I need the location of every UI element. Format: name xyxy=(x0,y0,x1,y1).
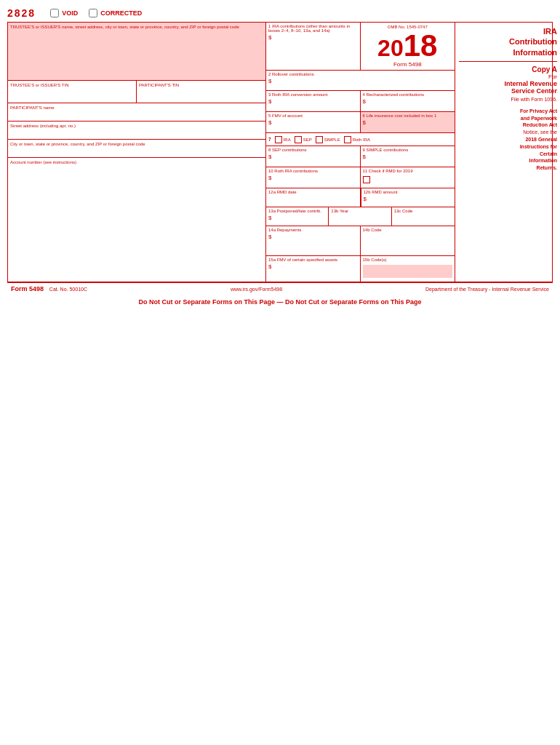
row-14: 14a Repayments $ 14b Code xyxy=(266,226,455,256)
field15b-label: 15b Code(s) xyxy=(363,258,453,262)
footer-website: www.irs.gov/Form5498 xyxy=(231,287,282,292)
trustee-section: TRUSTEE'S or ISSUER'S name, street addre… xyxy=(8,23,265,81)
field12b-dollar: $ xyxy=(364,196,453,202)
internal-revenue-label: Internal Revenue xyxy=(459,80,557,87)
field12b-label: 12b RMD amount xyxy=(364,190,453,194)
corrected-checkbox-item[interactable]: CORRECTED xyxy=(89,9,142,17)
field9-cell: 9 SIMPLE contributions $ xyxy=(361,146,455,167)
tin-row: TRUSTEE'S or ISSUER'S TIN PARTICIPANT'S … xyxy=(8,81,265,103)
city-label: City or town, state or province, country… xyxy=(10,142,263,146)
field2-dollar: $ xyxy=(268,78,452,84)
field10-label: 10 Roth IRA contributions xyxy=(268,169,358,173)
void-checkbox[interactable] xyxy=(50,9,59,17)
field9-dollar: $ xyxy=(363,154,453,160)
field9-label: 9 SIMPLE contributions xyxy=(363,148,453,152)
copy-a-label: Copy A xyxy=(459,65,557,73)
field13c-label: 13c Code xyxy=(394,209,452,213)
year-prefix: 20 xyxy=(377,35,404,61)
field3-label: 3 Roth IRA conversion amount xyxy=(268,92,358,97)
row-1-header: 1 IRA contributions (other than amounts … xyxy=(266,23,455,71)
row-10-11: 10 Roth IRA contributions $ 11 Check if … xyxy=(266,167,455,188)
field12a-cell: 12a RMD date xyxy=(266,188,361,207)
row-8-9: 8 SEP contributions $ 9 SIMPLE contribut… xyxy=(266,146,455,167)
main-form-grid: TRUSTEE'S or ISSUER'S name, street addre… xyxy=(7,22,553,282)
field14a-label: 14a Repayments xyxy=(268,228,358,232)
field15a-cell: 15a FMV of certain specified assets $ xyxy=(266,256,361,282)
footer-form-label: Form 5498 xyxy=(11,285,44,292)
participant-name-label: PARTICIPANT'S name xyxy=(10,105,263,110)
page: 2828 VOID CORRECTED TRUSTEE'S or ISSUER'… xyxy=(0,0,560,313)
participant-name-section: PARTICIPANT'S name xyxy=(8,103,265,121)
privacy-line3: Reduction Act xyxy=(523,122,557,127)
title-information: Information xyxy=(459,47,557,57)
field3-cell: 3 Roth IRA conversion amount $ xyxy=(266,91,361,111)
field7-roth-item[interactable]: Roth IRA xyxy=(344,136,370,143)
field14b-label: 14b Code xyxy=(363,228,453,232)
form-5498-label: Form 5498 xyxy=(363,61,453,68)
field7-roth-label: Roth IRA xyxy=(353,138,370,142)
row-12: 12a RMD date 12b RMD amount $ xyxy=(266,188,455,207)
field13a-cell: 13a Postponed/late contrib. $ xyxy=(266,207,329,226)
row-13: 13a Postponed/late contrib. $ 13b Year 1… xyxy=(266,207,455,226)
field8-label: 8 SEP contributions xyxy=(268,148,358,152)
year-suffix: 18 xyxy=(404,28,438,63)
field7-sep-checkbox[interactable] xyxy=(295,136,302,143)
row-5-6: 5 FMV of account $ 6 Life insurance cost… xyxy=(266,112,455,133)
field12b-cell: 12b RMD amount $ xyxy=(361,188,455,207)
field2-label: 2 Rollover contributions xyxy=(268,72,452,76)
privacy-line6: Instructions for xyxy=(520,144,557,149)
do-not-cut-notice: Do Not Cut or Separate Forms on This Pag… xyxy=(7,298,553,306)
field14a-dollar: $ xyxy=(268,234,358,240)
header-form-number: 2828 xyxy=(7,7,36,19)
footer-dept: Department of the Treasury - Internal Re… xyxy=(425,287,549,292)
field11-checkbox[interactable] xyxy=(363,176,370,183)
field8-cell: 8 SEP contributions $ xyxy=(266,146,361,167)
field13c-cell: 13c Code xyxy=(392,207,455,226)
field6-dollar: $ xyxy=(363,119,453,126)
corrected-checkbox[interactable] xyxy=(89,9,97,17)
title-ira: IRA xyxy=(459,26,557,36)
privacy-notice: For Privacy Act and Paperwork Reduction … xyxy=(459,108,557,172)
participant-tin-cell: PARTICIPANT'S TIN xyxy=(137,81,265,103)
omb-year-cell: OMB No. 1545-0747 2018 Form 5498 xyxy=(361,23,455,70)
service-center-label: Service Center xyxy=(459,87,557,95)
field14b-cell: 14b Code xyxy=(361,226,455,255)
privacy-line1: For Privacy Act xyxy=(520,108,557,113)
privacy-line4: Notice, see the xyxy=(523,130,557,135)
field13a-label: 13a Postponed/late contrib. xyxy=(268,209,326,213)
field7-simple-item[interactable]: SIMPLE xyxy=(316,136,340,143)
field5-cell: 5 FMV of account $ xyxy=(266,112,361,132)
right-column: IRA Contribution Information Copy A For … xyxy=(455,23,560,282)
field10-cell: 10 Roth IRA contributions $ xyxy=(266,167,361,188)
title-contribution: Contribution xyxy=(459,36,557,47)
privacy-line5: 2018 General xyxy=(525,137,557,142)
privacy-line9: Returns. xyxy=(537,165,557,170)
field7-ira-item[interactable]: IRA xyxy=(275,136,291,143)
file-with-label: File with Form 1096. xyxy=(459,97,557,102)
field7-sep-item[interactable]: SEP xyxy=(295,136,312,143)
street-address-section: Street address (including apt. no.) xyxy=(8,121,265,140)
footer-cat: Cat. No. 50010C xyxy=(49,287,87,292)
field7-simple-checkbox[interactable] xyxy=(316,136,323,143)
field10-dollar: $ xyxy=(268,175,358,181)
field7-sep-label: SEP xyxy=(303,138,312,142)
field13b-cell: 13b Year xyxy=(329,207,391,226)
checkbox-row: VOID CORRECTED xyxy=(50,9,142,17)
participant-tin-label: PARTICIPANT'S TIN xyxy=(139,83,263,87)
field7-roth-checkbox[interactable] xyxy=(344,136,351,143)
left-column: TRUSTEE'S or ISSUER'S name, street addre… xyxy=(8,23,266,282)
field7-row: 7 IRA SEP SIMPLE Roth IRA xyxy=(266,133,455,146)
field5-dollar: $ xyxy=(268,119,358,126)
field3-dollar: $ xyxy=(268,98,358,105)
field13b-label: 13b Year xyxy=(331,209,388,213)
account-label: Account number (see instructions) xyxy=(10,160,263,164)
middle-column: 1 IRA contributions (other than amounts … xyxy=(266,23,455,282)
void-checkbox-item[interactable]: VOID xyxy=(50,9,78,17)
privacy-line7: Certain xyxy=(540,151,557,156)
city-section: City or town, state or province, country… xyxy=(8,140,265,158)
for-label: For xyxy=(459,73,557,80)
field2-row: 2 Rollover contributions $ xyxy=(266,71,455,91)
row-3-4: 3 Roth IRA conversion amount $ 4 Rechara… xyxy=(266,91,455,112)
field7-ira-checkbox[interactable] xyxy=(275,136,282,143)
field4-label: 4 Recharacterized contributions xyxy=(363,92,453,97)
